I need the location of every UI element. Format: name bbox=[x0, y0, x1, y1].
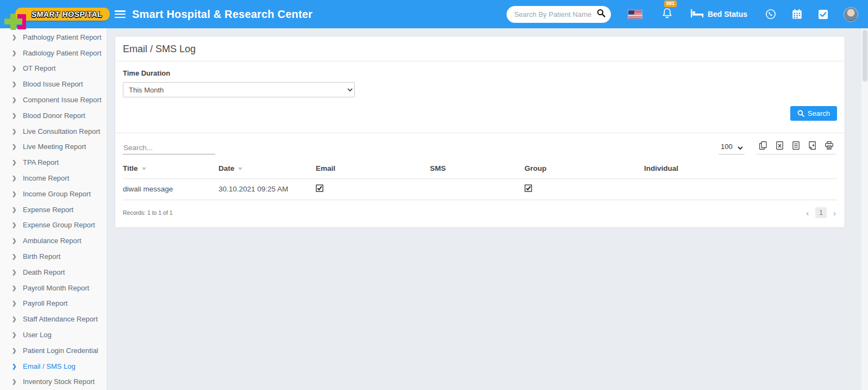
time-duration-label: Time Duration bbox=[123, 69, 837, 77]
sidebar-item-inventory-stock-report[interactable]: ❯Inventory Stock Report bbox=[0, 374, 107, 390]
notifications-button[interactable]: 591 bbox=[662, 8, 672, 21]
sidebar-item-ambulance-report[interactable]: ❯Ambulance Report bbox=[0, 233, 107, 249]
top-header: SMART HOSPITAL Smart Hospital & Research… bbox=[0, 0, 868, 28]
time-duration-select[interactable]: This Month bbox=[123, 82, 355, 97]
prev-page-icon[interactable]: ‹ bbox=[805, 209, 810, 217]
language-flag-icon[interactable] bbox=[628, 10, 642, 18]
sidebar-item-tpa-report[interactable]: ❯TPA Report bbox=[0, 154, 107, 170]
chevron-right-icon: ❯ bbox=[12, 81, 23, 87]
patient-search-box[interactable] bbox=[507, 6, 611, 23]
copy-icon[interactable] bbox=[759, 141, 767, 150]
sidebar-item-patient-login-credential[interactable]: ❯Patient Login Credential bbox=[0, 343, 107, 358]
sidebar-item-live-consultation-report[interactable]: ❯Live Consultation Report bbox=[0, 123, 107, 139]
chevron-right-icon: ❯ bbox=[12, 159, 23, 165]
page-title: Email / SMS Log bbox=[115, 36, 845, 61]
pagination: ‹ 1 › bbox=[805, 207, 837, 218]
bell-icon bbox=[662, 8, 672, 21]
sidebar-item-user-log[interactable]: ❯User Log bbox=[0, 327, 107, 343]
table-filter-input[interactable] bbox=[123, 143, 215, 154]
sidebar-nav: ❯Pathology Patient Report ❯Radiology Pat… bbox=[0, 28, 107, 390]
sidebar-item-income-report[interactable]: ❯Income Report bbox=[0, 170, 107, 186]
chevron-right-icon: ❯ bbox=[12, 238, 23, 244]
chevron-right-icon: ❯ bbox=[12, 222, 23, 228]
export-toolbar bbox=[757, 141, 836, 154]
sidebar-item-income-group-report[interactable]: ❯Income Group Report bbox=[0, 186, 107, 202]
sidebar-item-payroll-month-report[interactable]: ❯Payroll Month Report bbox=[0, 280, 107, 296]
column-header-email[interactable]: Email bbox=[316, 158, 430, 179]
user-avatar[interactable] bbox=[844, 7, 858, 22]
column-header-individual[interactable]: Individual bbox=[644, 158, 837, 179]
sidebar-item-pathology-patient-report[interactable]: ❯Pathology Patient Report bbox=[0, 29, 107, 45]
tasks-icon[interactable] bbox=[818, 9, 828, 20]
menu-toggle-icon[interactable] bbox=[115, 10, 126, 18]
bed-status-label: Bed Status bbox=[708, 10, 747, 18]
sidebar-item-blood-issue-report[interactable]: ❯Blood Issue Report bbox=[0, 76, 107, 92]
chevron-right-icon: ❯ bbox=[12, 253, 23, 259]
sidebar-item-death-report[interactable]: ❯Death Report bbox=[0, 264, 107, 280]
column-header-title[interactable]: Title bbox=[123, 158, 218, 179]
cell-individual bbox=[644, 179, 837, 200]
sort-icon bbox=[238, 168, 242, 170]
chevron-right-icon: ❯ bbox=[12, 97, 23, 103]
patient-search-input[interactable] bbox=[514, 10, 597, 18]
chevron-right-icon: ❯ bbox=[12, 113, 23, 119]
sidebar-item-payroll-report[interactable]: ❯Payroll Report bbox=[0, 296, 107, 312]
column-header-group[interactable]: Group bbox=[524, 158, 644, 179]
sidebar-item-blood-donor-report[interactable]: ❯Blood Donor Report bbox=[0, 108, 107, 123]
chevron-right-icon: ❯ bbox=[12, 363, 23, 369]
bed-icon bbox=[691, 9, 704, 19]
cell-email bbox=[316, 179, 430, 200]
sidebar-item-staff-attendance-report[interactable]: ❯Staff Attendance Report bbox=[0, 311, 107, 327]
sort-icon bbox=[142, 168, 146, 170]
sidebar-item-expense-report[interactable]: ❯Expense Report bbox=[0, 202, 107, 218]
whatsapp-icon[interactable] bbox=[765, 9, 776, 20]
sidebar-item-expense-group-report[interactable]: ❯Expense Group Report bbox=[0, 218, 107, 233]
chevron-right-icon: ❯ bbox=[12, 175, 23, 181]
cell-date: 30.10.2021 09:25 AM bbox=[218, 179, 316, 200]
email-sms-log-card: Email / SMS Log Time Duration This Month… bbox=[115, 36, 845, 228]
sidebar-item-live-meeting-report[interactable]: ❯Live Meeting Report bbox=[0, 139, 107, 155]
chevron-right-icon: ❯ bbox=[12, 269, 23, 275]
chevron-right-icon: ❯ bbox=[12, 379, 23, 385]
app-logo: SMART HOSPITAL bbox=[0, 8, 107, 21]
sidebar-item-component-issue-report[interactable]: ❯Component Issue Report bbox=[0, 92, 107, 108]
chevron-right-icon: ❯ bbox=[12, 300, 23, 306]
chevron-right-icon: ❯ bbox=[12, 128, 23, 134]
chevron-right-icon: ❯ bbox=[12, 50, 23, 56]
log-table: Title Date Email SMS Group Individual di… bbox=[123, 158, 837, 200]
logo-badge: SMART HOSPITAL bbox=[15, 8, 110, 21]
chevron-right-icon: ❯ bbox=[12, 316, 23, 322]
cell-sms bbox=[430, 179, 524, 200]
search-button[interactable]: Search bbox=[790, 106, 837, 121]
chevron-right-icon: ❯ bbox=[12, 332, 23, 338]
calendar-icon[interactable] bbox=[792, 9, 802, 20]
page-size-select[interactable]: 100 bbox=[719, 142, 745, 154]
cell-title: diwali message bbox=[123, 179, 218, 200]
table-row: diwali message 30.10.2021 09:25 AM bbox=[123, 179, 837, 200]
sidebar-item-email-sms-log[interactable]: ❯Email / SMS Log bbox=[0, 358, 107, 374]
column-header-sms[interactable]: SMS bbox=[430, 158, 524, 179]
app-title: Smart Hospital & Research Center bbox=[132, 8, 313, 21]
main-content: Email / SMS Log Time Duration This Month… bbox=[107, 28, 868, 390]
page-number[interactable]: 1 bbox=[815, 207, 827, 218]
logo-cross-icon bbox=[4, 14, 26, 30]
chevron-right-icon: ❯ bbox=[12, 144, 23, 150]
excel-icon[interactable] bbox=[776, 141, 784, 150]
search-icon[interactable] bbox=[597, 9, 605, 20]
sidebar-item-birth-report[interactable]: ❯Birth Report bbox=[0, 249, 107, 264]
bed-status-button[interactable]: Bed Status bbox=[691, 9, 747, 19]
scrollbar-thumb[interactable] bbox=[863, 30, 867, 82]
sidebar-item-radiology-patient-report[interactable]: ❯Radiology Patient Report bbox=[0, 45, 107, 61]
vertical-scrollbar[interactable] bbox=[861, 28, 868, 390]
pdf-icon[interactable] bbox=[808, 141, 816, 150]
chevron-right-icon: ❯ bbox=[12, 191, 23, 197]
next-page-icon[interactable]: › bbox=[832, 209, 837, 217]
print-icon[interactable] bbox=[825, 141, 834, 150]
notification-count-badge: 591 bbox=[664, 1, 677, 8]
chevron-right-icon: ❯ bbox=[12, 348, 23, 354]
checkbox-checked-icon bbox=[524, 184, 532, 192]
column-header-date[interactable]: Date bbox=[218, 158, 316, 179]
records-count: Records: 1 to 1 of 1 bbox=[123, 209, 173, 216]
sidebar-item-ot-report[interactable]: ❯OT Report bbox=[0, 61, 107, 77]
text-file-icon[interactable] bbox=[792, 141, 800, 150]
